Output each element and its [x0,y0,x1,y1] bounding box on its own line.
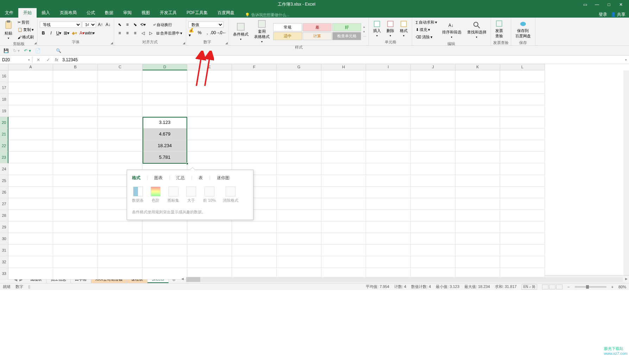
cell-E19[interactable] [187,105,232,117]
cell-I19[interactable] [366,105,411,117]
decrease-decimal-icon[interactable]: .0← [219,29,226,36]
cell-I26[interactable] [366,187,411,198]
cell-H22[interactable] [321,140,366,152]
enter-formula-icon[interactable]: ✓ [45,57,51,62]
cell-E23[interactable] [187,152,232,163]
tab-view[interactable]: 视图 [137,8,155,18]
cell-L18[interactable] [500,94,545,105]
row-header-19[interactable]: 19 [0,105,8,117]
cell-H25[interactable] [321,175,366,187]
cell-K29[interactable] [455,221,500,233]
cell-C32[interactable] [98,256,143,268]
cell-C17[interactable] [98,82,143,94]
cell-H18[interactable] [321,94,366,105]
cell-K32[interactable] [455,256,500,268]
cell-I28[interactable] [366,210,411,221]
row-header-23[interactable]: 23 [0,152,8,163]
qa-colorscale[interactable]: 色阶 [151,187,161,203]
cell-B30[interactable] [53,233,98,245]
fx-icon[interactable]: fx [55,57,58,62]
select-all-corner[interactable] [0,64,8,70]
cell-L21[interactable] [500,128,545,140]
cell-K20[interactable] [455,117,500,128]
col-header-A[interactable]: A [8,64,53,70]
cell-A22[interactable] [8,140,53,152]
alignment-launcher-icon[interactable]: ◢ [183,41,185,45]
cell-J24[interactable] [411,163,455,175]
undo-icon[interactable]: ↶ ▾ [24,48,31,53]
cell-C22[interactable] [98,140,143,152]
increase-font-icon[interactable]: A↑ [97,21,104,28]
paste-button[interactable]: 粘贴 ▾ [2,19,15,40]
autosum-button[interactable]: Σ 自动求和 ▾ [414,19,439,26]
cell-F18[interactable] [232,94,277,105]
cell-J23[interactable] [411,152,455,163]
col-header-E[interactable]: E [187,64,232,70]
font-size-select[interactable]: 14 [82,21,96,28]
cell-D16[interactable] [143,70,187,82]
table-format-button[interactable]: 套用 表格格式▾ [252,19,272,44]
cell-D31[interactable] [143,245,187,256]
find-select-button[interactable]: 查找和选择▾ [465,20,489,39]
cell-C29[interactable] [98,221,143,233]
delete-cell-button[interactable]: 删除▾ [384,20,396,38]
style-neutral[interactable]: 适中 [273,32,302,40]
col-header-F[interactable]: F [232,64,277,70]
cell-F21[interactable] [232,128,277,140]
cell-C30[interactable] [98,233,143,245]
tab-review[interactable]: 审阅 [118,8,137,18]
row-header-32[interactable]: 32 [0,256,8,268]
number-format-select[interactable]: 数值 [188,21,224,28]
align-left-icon[interactable]: ≡ [116,30,123,37]
col-header-L[interactable]: L [500,64,545,70]
cell-D29[interactable] [143,221,187,233]
cell-G21[interactable] [277,128,321,140]
cell-I22[interactable] [366,140,411,152]
cell-H19[interactable] [321,105,366,117]
close-icon[interactable]: ✕ [616,1,626,8]
cut-button[interactable]: ✂ 剪切 [16,19,35,26]
tab-file[interactable]: 文件 [0,8,18,18]
save-icon[interactable]: 💾 [4,48,9,53]
cell-J27[interactable] [411,198,455,210]
clear-button[interactable]: ⌫ 清除 ▾ [414,34,439,40]
row-header-21[interactable]: 21 [0,128,8,140]
cell-A31[interactable] [8,245,53,256]
row-header-25[interactable]: 25 [0,175,8,187]
row-header-24[interactable]: 24 [0,163,8,175]
insert-cell-button[interactable]: 插入▾ [371,20,383,38]
cell-K23[interactable] [455,152,500,163]
cell-C33[interactable] [98,268,143,280]
print-preview-icon[interactable]: 🔍 [56,48,61,53]
name-box[interactable]: D20▾ [0,57,32,63]
cell-J31[interactable] [411,245,455,256]
cell-A26[interactable] [8,187,53,198]
cell-L22[interactable] [500,140,545,152]
cell-I20[interactable] [366,117,411,128]
row-header-29[interactable]: 29 [0,221,8,233]
cell-J16[interactable] [411,70,455,82]
cell-F22[interactable] [232,140,277,152]
formula-input[interactable] [62,57,620,63]
tab-data[interactable]: 数据 [100,8,118,18]
cell-A33[interactable] [8,268,53,280]
row-header-22[interactable]: 22 [0,140,8,152]
cell-F17[interactable] [232,82,277,94]
cell-L24[interactable] [500,163,545,175]
cell-G17[interactable] [277,82,321,94]
cell-K22[interactable] [455,140,500,152]
cell-B20[interactable] [53,117,98,128]
align-bottom-icon[interactable]: ⬊ [132,21,139,28]
cancel-formula-icon[interactable]: ✕ [35,57,42,62]
style-calc[interactable]: 计算 [303,32,332,40]
zoom-level[interactable]: 80% [618,285,626,289]
cell-J19[interactable] [411,105,455,117]
conditional-format-button[interactable]: 条件格式▾ [231,22,251,42]
style-check[interactable]: 检查单元格 [332,32,361,40]
cell-L19[interactable] [500,105,545,117]
worksheet-grid[interactable]: ABCDEFGHIJKL 16171819203.123214.6792218.… [0,64,629,275]
status-record-icon[interactable]: ▯ [28,284,30,289]
cell-I31[interactable] [366,245,411,256]
col-header-B[interactable]: B [53,64,98,70]
qa-clear[interactable]: 清除格式 [223,187,238,203]
